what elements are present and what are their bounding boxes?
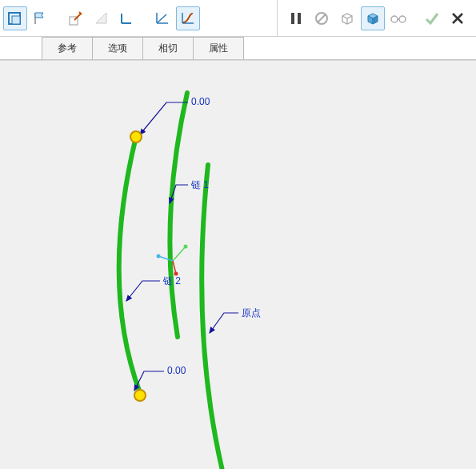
label-chain-1: 链 1 bbox=[191, 178, 209, 192]
cube-wire-icon[interactable] bbox=[335, 6, 359, 30]
tabs-row: 参考 选项 相切 属性 bbox=[0, 37, 476, 60]
label-bottom-value: 0.00 bbox=[167, 365, 186, 376]
svg-point-7 bbox=[399, 16, 406, 22]
svg-point-8 bbox=[184, 245, 188, 249]
tab-tangent[interactable]: 相切 bbox=[142, 37, 194, 59]
cube-shaded-icon[interactable] bbox=[361, 6, 385, 30]
svg-point-12 bbox=[134, 390, 146, 401]
svg-rect-4 bbox=[298, 13, 301, 24]
edit-sketch-icon[interactable] bbox=[64, 6, 88, 30]
toolbar-left bbox=[0, 0, 277, 36]
svg-rect-3 bbox=[291, 13, 294, 24]
svg-rect-1 bbox=[12, 16, 20, 24]
flag-icon[interactable] bbox=[29, 6, 53, 30]
graph-curve-icon[interactable] bbox=[176, 6, 200, 30]
toolbar-right bbox=[277, 0, 476, 36]
svg-point-9 bbox=[157, 255, 161, 259]
label-chain-2: 链 2 bbox=[163, 275, 181, 288]
glasses-icon[interactable] bbox=[386, 6, 410, 30]
graph-linear-icon[interactable] bbox=[150, 6, 174, 30]
triangle-plane-icon[interactable] bbox=[90, 6, 114, 30]
angle-icon[interactable] bbox=[115, 6, 139, 30]
model-viewport[interactable]: 0.00 链 1 链 2 原点 0.00 bbox=[0, 60, 476, 469]
label-top-value: 0.00 bbox=[191, 96, 210, 107]
confirm-icon[interactable] bbox=[420, 6, 444, 30]
label-origin: 原点 bbox=[242, 307, 261, 320]
cancel-icon[interactable] bbox=[446, 6, 470, 30]
svg-point-11 bbox=[130, 131, 142, 142]
tab-attribute[interactable]: 属性 bbox=[193, 37, 244, 59]
svg-point-6 bbox=[391, 16, 398, 22]
forbid-icon[interactable] bbox=[310, 6, 334, 30]
model-canvas bbox=[0, 61, 476, 469]
pause-icon[interactable] bbox=[284, 6, 308, 30]
tab-reference[interactable]: 参考 bbox=[42, 37, 93, 59]
section-plane-icon[interactable] bbox=[3, 6, 27, 30]
tab-options[interactable]: 选项 bbox=[92, 37, 143, 59]
